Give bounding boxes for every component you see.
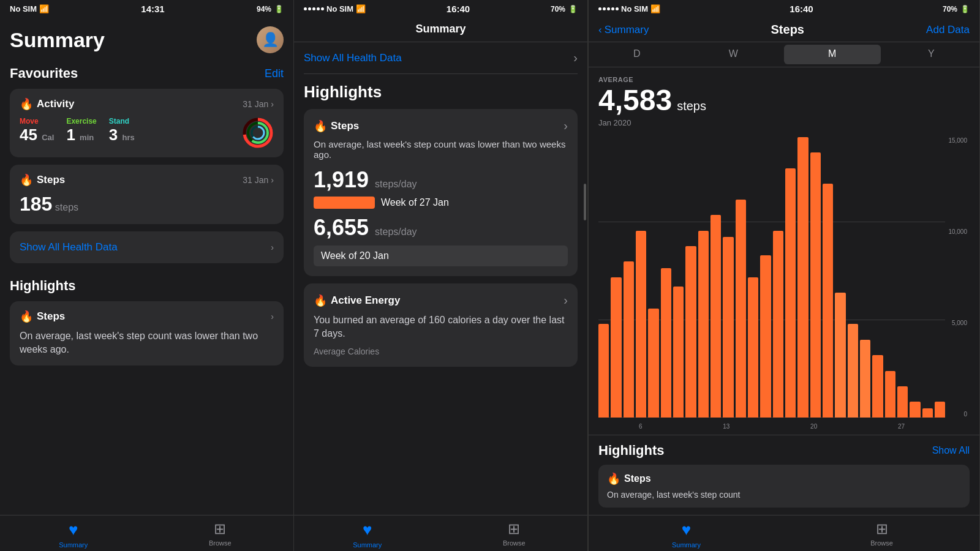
p3-steps-card[interactable]: 🔥 Steps On average, last week's step cou… [598, 465, 970, 508]
p2-header-title: Summary [294, 23, 587, 36]
heart-icon-3: ♥ [682, 520, 691, 539]
activity-date: 31 Jan › [243, 99, 274, 109]
p1-avatar[interactable]: 👤 [257, 26, 284, 53]
time-1: 14:31 [141, 4, 164, 14]
stand-value: 3 hrs [109, 126, 135, 144]
tab-bar-3: ♥ Summary ⊞ Browse [589, 515, 979, 551]
steps-per-day-2: steps/day [375, 227, 417, 237]
p1-header: Summary 👤 [10, 26, 284, 53]
back-label: Summary [605, 24, 649, 36]
bar-24 [897, 386, 908, 418]
carrier-1: No SIM [10, 4, 37, 13]
show-health-text-1: Show All Health Data [20, 241, 118, 253]
highlight-desc-1: On average, last week's step count was l… [20, 329, 274, 357]
status-bar-3: No SIM 📶 16:40 70% 🔋 [589, 0, 979, 17]
avg-cal-label: Average Calories [314, 347, 379, 356]
highlights-section-1: Highlights 🔥 Steps › On average, last we… [10, 278, 284, 365]
y-label-5k: 5,000 [952, 320, 967, 326]
wifi-icon-3: 📶 [650, 4, 660, 13]
panel-1-summary: No SIM 📶 14:31 94% 🔋 Summary 👤 Favourite… [0, 0, 294, 551]
stand-unit: hrs [122, 133, 134, 142]
show-health-row-2[interactable]: Show All Health Data › [304, 42, 578, 74]
stand-label: Stand [109, 117, 135, 126]
period-tabs: D W M Y [589, 42, 979, 67]
big-steps-number: 4,583 [598, 83, 672, 117]
stand-col: Stand 3 hrs [109, 117, 135, 144]
browse-icon-2: ⊞ [508, 520, 520, 538]
highlight-card-1[interactable]: 🔥 Steps › On average, last week's step c… [10, 301, 284, 365]
back-button[interactable]: ‹ Summary [598, 24, 649, 36]
tab-summary-label-3: Summary [672, 541, 701, 549]
active-energy-title-row: 🔥 Active Energy [314, 294, 400, 307]
exercise-col: Exercise 1 min [66, 117, 96, 144]
p3-highlights-header: Highlights Show All [598, 443, 970, 459]
show-all-button[interactable]: Show All [932, 445, 970, 456]
tab-summary-3[interactable]: ♥ Summary [589, 520, 784, 549]
steps-per-day-1: steps/day [375, 179, 417, 189]
tab-browse-2[interactable]: ⊞ Browse [441, 520, 588, 549]
bar-9 [710, 215, 721, 418]
add-data-button[interactable]: Add Data [926, 24, 970, 36]
active-energy-header: 🔥 Active Energy › [314, 293, 568, 307]
browse-icon-1: ⊞ [214, 520, 226, 538]
time-2: 16:40 [447, 4, 470, 14]
bar-22 [872, 355, 883, 418]
p3-page-title: Steps [771, 23, 804, 37]
steps-fire-icon-2: 🔥 [314, 119, 327, 133]
x-label-6: 6 [639, 423, 643, 430]
bar-16 [797, 137, 808, 418]
tab-browse-3[interactable]: ⊞ Browse [784, 520, 979, 549]
battery-pct-2: 70% [551, 5, 565, 13]
bar-0 [598, 324, 609, 418]
date-range: Jan 2020 [598, 118, 970, 127]
favourites-label: Favourites [10, 66, 78, 81]
tab-w[interactable]: W [685, 42, 782, 67]
show-health-text-2: Show All Health Data [304, 52, 402, 64]
p3-highlights-title: Highlights [598, 443, 665, 459]
p3-stats-area: AVERAGE 4,583 steps Jan 2020 [589, 67, 979, 132]
active-energy-title: Active Energy [331, 294, 400, 307]
bar-17 [810, 152, 821, 417]
p3-steps-desc: On average, last week's step count [607, 489, 961, 500]
week1-label: Week of 27 Jan [381, 197, 449, 208]
steps-title-row-2: 🔥 Steps [314, 119, 359, 133]
tab-summary-1[interactable]: ♥ Summary [0, 520, 147, 549]
steps-fire-icon-1: 🔥 [20, 173, 33, 187]
activity-title: Activity [37, 98, 74, 110]
tab-summary-2[interactable]: ♥ Summary [294, 520, 441, 549]
panel-1-scroll: Summary 👤 Favourites Edit 🔥 Activity 31 … [0, 17, 293, 515]
week2-label: Week of 20 Jan [314, 246, 568, 266]
x-label-20: 20 [810, 423, 817, 430]
tab-m[interactable]: M [784, 45, 881, 64]
bar-8 [698, 231, 709, 418]
y-label-0: 0 [963, 411, 967, 418]
bar-2 [624, 261, 634, 417]
steps-chevron-2: › [564, 119, 568, 133]
p3-fire-icon: 🔥 [607, 472, 620, 485]
panel-1-content: Summary 👤 Favourites Edit 🔥 Activity 31 … [0, 17, 293, 551]
tab-y[interactable]: Y [883, 42, 980, 67]
tab-browse-label-3: Browse [870, 539, 893, 547]
bar-1 [611, 277, 621, 418]
big-steps-value: 4,583 steps [598, 83, 970, 117]
scrollbar-2 [584, 184, 586, 220]
active-energy-card[interactable]: 🔥 Active Energy › You burned an average … [304, 283, 578, 367]
edit-button[interactable]: Edit [265, 67, 284, 80]
status-bar-1: No SIM 📶 14:31 94% 🔋 [0, 0, 293, 17]
activity-card[interactable]: 🔥 Activity 31 Jan › Move 45 Cal [10, 89, 284, 157]
tab-d[interactable]: D [589, 42, 685, 67]
exercise-label: Exercise [66, 117, 96, 126]
show-health-btn-1[interactable]: Show All Health Data › [10, 231, 284, 263]
x-label-13: 13 [723, 423, 729, 430]
steps-card-2[interactable]: 🔥 Steps › On average, last week's step c… [304, 109, 578, 276]
activity-chevron: › [271, 99, 274, 109]
tab-browse-1[interactable]: ⊞ Browse [147, 520, 294, 549]
steps-card-1[interactable]: 🔥 Steps 31 Jan › 185 steps [10, 165, 284, 224]
steps-title-row: 🔥 Steps [20, 173, 65, 187]
steps-unit-1: steps [55, 202, 78, 212]
move-value: 45 Cal [20, 126, 54, 144]
week-bar-row: Week of 27 Jan [314, 197, 568, 209]
bar-12 [748, 277, 758, 418]
highlight-card-header-1: 🔥 Steps › [20, 310, 274, 323]
carrier-2: No SIM [326, 4, 353, 13]
